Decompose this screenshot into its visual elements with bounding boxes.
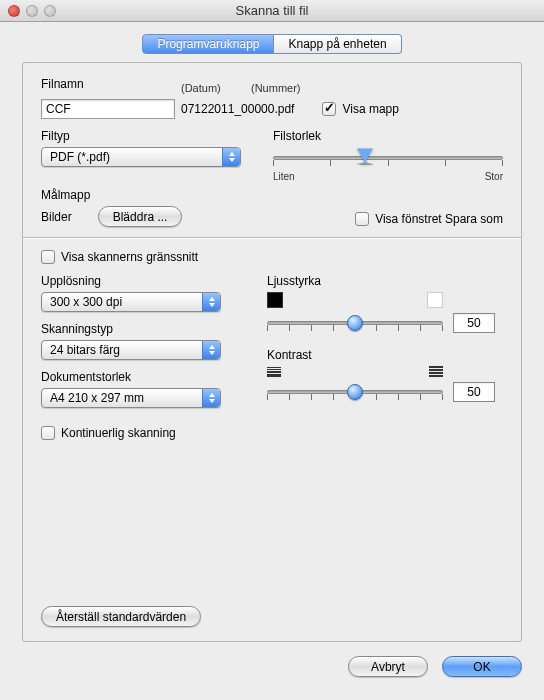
- resolution-label: Upplösning: [41, 274, 239, 288]
- filename-input[interactable]: [41, 99, 175, 119]
- filename-label: Filnamn: [41, 77, 181, 91]
- ok-button[interactable]: OK: [442, 656, 522, 677]
- scanner-interface-label: Visa skannerns gränssnitt: [61, 250, 198, 264]
- contrast-label: Kontrast: [267, 348, 503, 362]
- date-header: (Datum): [181, 82, 221, 94]
- show-folder-checkbox[interactable]: Visa mapp: [322, 102, 398, 116]
- chevron-updown-icon: [202, 341, 220, 359]
- main-tabs: Programvaruknapp Knapp på enheten: [142, 34, 401, 54]
- window-title: Skanna till fil: [0, 3, 544, 18]
- show-saveas-label: Visa fönstret Spara som: [375, 212, 503, 226]
- filetype-value: PDF (*.pdf): [50, 150, 110, 164]
- generated-filename: 07122011_00000.pdf: [181, 102, 294, 116]
- brightness-label: Ljusstyrka: [267, 274, 503, 288]
- contrast-slider[interactable]: [267, 381, 443, 403]
- docsize-select[interactable]: A4 210 x 297 mm: [41, 388, 221, 408]
- browse-button[interactable]: Bläddra ...: [98, 206, 183, 227]
- dialog-buttons: Avbryt OK: [22, 656, 522, 677]
- titlebar: Skanna till fil: [0, 0, 544, 22]
- cancel-button[interactable]: Avbryt: [348, 656, 428, 677]
- filesize-large-label: Stor: [485, 171, 503, 182]
- filetype-label: Filtyp: [41, 129, 273, 143]
- contrast-high-icon: [429, 366, 443, 377]
- filetype-select[interactable]: PDF (*.pdf): [41, 147, 241, 167]
- slider-thumb-icon: [357, 148, 373, 163]
- continuous-scan-checkbox[interactable]: Kontinuerlig skanning: [41, 426, 176, 440]
- filesize-small-label: Liten: [273, 171, 295, 182]
- settings-panel: Filnamn (Datum) (Nummer) 07122011_00000.…: [22, 62, 522, 642]
- number-header: (Nummer): [251, 82, 301, 94]
- filesize-label: Filstorlek: [273, 129, 503, 143]
- slider-thumb-icon: [347, 315, 363, 331]
- chevron-updown-icon: [202, 293, 220, 311]
- checkbox-icon: [322, 102, 336, 116]
- resolution-select[interactable]: 300 x 300 dpi: [41, 292, 221, 312]
- contrast-value[interactable]: 50: [453, 382, 495, 402]
- brightness-slider[interactable]: [267, 312, 443, 334]
- docsize-label: Dokumentstorlek: [41, 370, 239, 384]
- resolution-value: 300 x 300 dpi: [50, 295, 122, 309]
- docsize-value: A4 210 x 297 mm: [50, 391, 144, 405]
- destfolder-label: Målmapp: [41, 188, 273, 202]
- tab-software-button[interactable]: Programvaruknapp: [142, 34, 274, 54]
- scantype-value: 24 bitars färg: [50, 343, 120, 357]
- divider: [23, 237, 521, 238]
- checkbox-icon: [41, 426, 55, 440]
- checkbox-icon: [355, 212, 369, 226]
- scantype-label: Skanningstyp: [41, 322, 239, 336]
- slider-thumb-icon: [347, 384, 363, 400]
- chevron-updown-icon: [222, 148, 240, 166]
- scantype-select[interactable]: 24 bitars färg: [41, 340, 221, 360]
- brightness-dark-icon: [267, 292, 283, 308]
- chevron-updown-icon: [202, 389, 220, 407]
- show-folder-label: Visa mapp: [342, 102, 398, 116]
- tab-device-button[interactable]: Knapp på enheten: [274, 34, 401, 54]
- brightness-light-icon: [427, 292, 443, 308]
- scanner-interface-checkbox[interactable]: Visa skannerns gränssnitt: [41, 250, 503, 264]
- reset-defaults-button[interactable]: Återställ standardvärden: [41, 606, 201, 627]
- brightness-value[interactable]: 50: [453, 313, 495, 333]
- continuous-scan-label: Kontinuerlig skanning: [61, 426, 176, 440]
- checkbox-icon: [41, 250, 55, 264]
- contrast-low-icon: [267, 367, 281, 377]
- destfolder-value: Bilder: [41, 210, 72, 224]
- show-saveas-checkbox[interactable]: Visa fönstret Spara som: [355, 212, 503, 226]
- filesize-slider[interactable]: [273, 147, 503, 169]
